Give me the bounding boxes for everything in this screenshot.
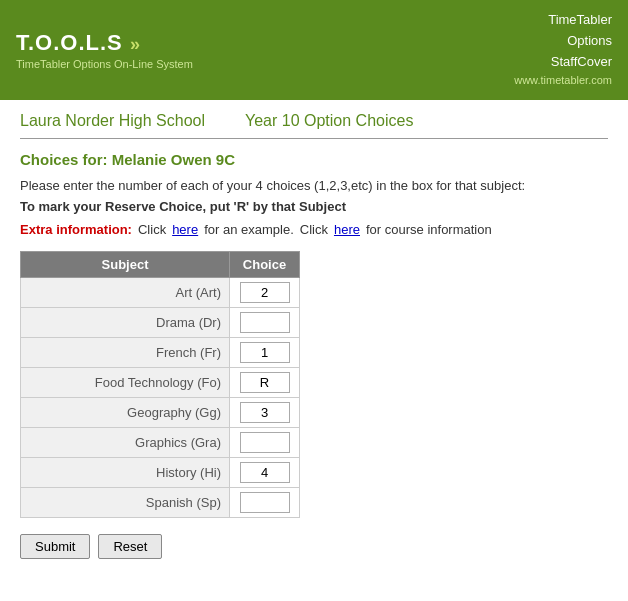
instruction-line2: To mark your Reserve Choice, put 'R' by … [20, 199, 608, 214]
year-title: Year 10 Option Choices [245, 112, 413, 130]
extra-info-part4: for course information [366, 222, 492, 237]
subject-cell: Food Technology (Fo) [21, 367, 230, 397]
choice-cell [230, 367, 300, 397]
choice-cell [230, 397, 300, 427]
choice-cell [230, 457, 300, 487]
extra-info-part2: for an example. [204, 222, 294, 237]
example-link[interactable]: here [172, 222, 198, 237]
choice-cell [230, 307, 300, 337]
header-left: T.O.O.L.S » TimeTabler Options On-Line S… [16, 30, 193, 70]
header: T.O.O.L.S » TimeTabler Options On-Line S… [0, 0, 628, 100]
choice-cell [230, 337, 300, 367]
course-info-link[interactable]: here [334, 222, 360, 237]
table-row: Art (Art) [21, 277, 300, 307]
choice-input-3[interactable] [240, 372, 290, 393]
col-header-choice: Choice [230, 251, 300, 277]
col-header-subject: Subject [21, 251, 230, 277]
table-row: Graphics (Gra) [21, 427, 300, 457]
choice-input-1[interactable] [240, 312, 290, 333]
subject-cell: Graphics (Gra) [21, 427, 230, 457]
table-row: French (Fr) [21, 337, 300, 367]
table-row: Drama (Dr) [21, 307, 300, 337]
choice-input-6[interactable] [240, 462, 290, 483]
choices-for-heading: Choices for: Melanie Owen 9C [20, 151, 608, 168]
subject-cell: French (Fr) [21, 337, 230, 367]
table-row: Spanish (Sp) [21, 487, 300, 517]
submit-button[interactable]: Submit [20, 534, 90, 559]
main-content: Laura Norder High School Year 10 Option … [0, 100, 628, 579]
logo-text: T.O.O.L.S [16, 30, 123, 55]
tagline: TimeTabler Options On-Line System [16, 58, 193, 70]
instruction-line1: Please enter the number of each of your … [20, 178, 608, 193]
nav-timetabler: TimeTabler [514, 10, 612, 31]
table-header-row: Subject Choice [21, 251, 300, 277]
table-row: Food Technology (Fo) [21, 367, 300, 397]
choice-cell [230, 487, 300, 517]
logo-arrows: » [130, 34, 141, 54]
school-name: Laura Norder High School [20, 112, 205, 130]
subject-cell: Geography (Gg) [21, 397, 230, 427]
website-link: www.timetabler.com [514, 72, 612, 90]
subject-cell: Art (Art) [21, 277, 230, 307]
subject-cell: History (Hi) [21, 457, 230, 487]
reset-button[interactable]: Reset [98, 534, 162, 559]
extra-info-part3: Click [300, 222, 328, 237]
school-title-row: Laura Norder High School Year 10 Option … [20, 112, 608, 139]
choice-cell [230, 427, 300, 457]
extra-info-part1: Click [138, 222, 166, 237]
extra-info-label: Extra information: [20, 222, 132, 237]
choice-input-4[interactable] [240, 402, 290, 423]
choice-input-2[interactable] [240, 342, 290, 363]
choices-table: Subject Choice Art (Art)Drama (Dr)French… [20, 251, 300, 518]
choice-cell [230, 277, 300, 307]
nav-staffcover: StaffCover [514, 52, 612, 73]
table-row: Geography (Gg) [21, 397, 300, 427]
choice-input-5[interactable] [240, 432, 290, 453]
nav-options: Options [514, 31, 612, 52]
subject-cell: Drama (Dr) [21, 307, 230, 337]
logo: T.O.O.L.S » [16, 30, 193, 56]
choice-input-0[interactable] [240, 282, 290, 303]
header-right: TimeTabler Options StaffCover www.timeta… [514, 10, 612, 90]
table-row: History (Hi) [21, 457, 300, 487]
extra-info-row: Extra information: Click here for an exa… [20, 222, 608, 237]
button-row: Submit Reset [20, 534, 608, 559]
choice-input-7[interactable] [240, 492, 290, 513]
subject-cell: Spanish (Sp) [21, 487, 230, 517]
